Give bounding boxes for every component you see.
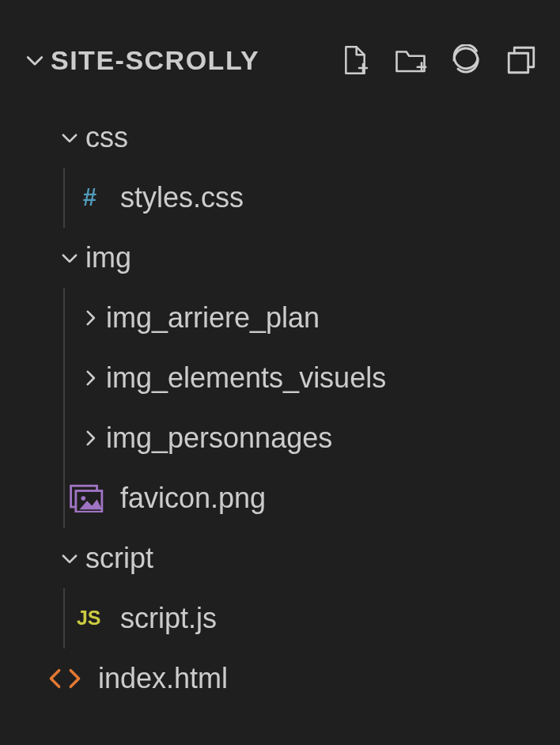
chevron-down-icon (54, 248, 85, 268)
file-tree: css # styles.css img (19, 89, 544, 709)
folder-script[interactable]: script (19, 528, 544, 588)
file-script-js[interactable]: JS script.js (19, 588, 544, 649)
folder-label: script (85, 542, 153, 575)
folder-img-personnages[interactable]: img_personnages (19, 408, 544, 468)
indent-guide (63, 468, 65, 528)
chevron-right-icon (74, 428, 106, 448)
chevron-down-icon (54, 548, 85, 569)
chevron-right-icon (74, 368, 106, 388)
file-label: styles.css (120, 181, 244, 214)
file-styles-css[interactable]: # styles.css (19, 168, 544, 228)
indent-guide (63, 288, 65, 348)
folder-label: img_personnages (106, 422, 332, 455)
svg-text:#: # (83, 184, 96, 211)
indent-guide (63, 408, 65, 468)
svg-rect-4 (509, 53, 528, 73)
indent-guide (63, 588, 65, 649)
folder-label: img_arriere_plan (106, 301, 320, 335)
refresh-button[interactable] (449, 43, 482, 77)
new-file-button[interactable] (339, 43, 372, 77)
indent-guide (63, 348, 65, 408)
chevron-down-icon (19, 49, 51, 71)
chevron-right-icon (74, 308, 106, 328)
explorer-header[interactable]: SITE-SCROLLY (19, 32, 544, 89)
file-label: script.js (120, 602, 217, 635)
indent-guide (63, 168, 65, 228)
folder-img[interactable]: img (19, 228, 544, 288)
new-folder-button[interactable] (394, 43, 427, 77)
folder-label: css (85, 121, 128, 154)
js-file-icon: JS (74, 607, 109, 630)
chevron-down-icon (54, 127, 85, 148)
collapse-all-button[interactable] (505, 43, 538, 77)
folder-label: img (85, 241, 131, 274)
svg-text:JS: JS (77, 607, 100, 629)
svg-point-8 (81, 496, 85, 501)
folder-label: img_elements_visuels (106, 361, 386, 395)
html-file-icon (43, 665, 87, 692)
project-title: SITE-SCROLLY (51, 45, 259, 76)
folder-img-elements-visuels[interactable]: img_elements_visuels (19, 348, 544, 408)
header-actions (339, 43, 544, 77)
file-index-html[interactable]: index.html (19, 649, 544, 709)
css-file-icon: # (74, 184, 109, 211)
file-label: favicon.png (120, 482, 266, 515)
file-label: index.html (98, 662, 228, 695)
file-explorer: SITE-SCROLLY (0, 0, 560, 709)
image-file-icon (65, 484, 109, 512)
file-favicon-png[interactable]: favicon.png (19, 468, 544, 528)
folder-css[interactable]: css (19, 108, 544, 168)
folder-img-arriere-plan[interactable]: img_arriere_plan (19, 288, 544, 348)
